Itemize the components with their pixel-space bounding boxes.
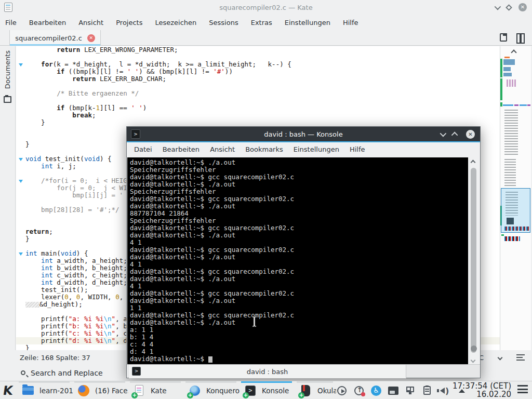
menu-item-projects[interactable]: Projects xyxy=(116,19,142,26)
fold-marker-icon[interactable] xyxy=(16,155,25,163)
code-line[interactable] xyxy=(16,83,500,90)
minimap-up-arrow-icon[interactable] xyxy=(511,49,516,55)
terminal-line: david@talkortell:~$ ./a.out xyxy=(130,275,468,283)
taskbar-button-konqueror[interactable]: +Konqueror xyxy=(185,381,240,399)
taskbar-button-folder[interactable]: learn-201... xyxy=(19,381,73,399)
menu-item-lesezeichen[interactable]: Lesezeichen xyxy=(155,19,196,26)
code-line[interactable]: return LEX_ERR_BAD_CHAR; xyxy=(16,75,500,83)
terminal-line: david@talkortell:~$ gcc squarecompiler02… xyxy=(130,174,468,181)
terminal-line: david@talkortell:~$ gcc squarecompiler02… xyxy=(130,290,468,297)
kate-window-title: squarecompiler02.c — Kate xyxy=(0,4,532,11)
terminal-line: david@talkortell:~$ gcc squarecompiler02… xyxy=(130,246,468,254)
close-icon[interactable]: ✕ xyxy=(466,130,475,139)
panel-menu-icon[interactable] xyxy=(517,385,528,393)
menu-item-ansicht[interactable]: Ansicht xyxy=(78,19,103,26)
menu-item-bearbeiten[interactable]: Bearbeiten xyxy=(163,145,200,153)
media-play-icon[interactable] xyxy=(337,385,347,396)
new-document-icon[interactable] xyxy=(500,33,507,42)
accessibility-icon[interactable]: ♿ xyxy=(371,385,381,396)
terminal-output[interactable]: david@talkortell:~$ ./a.outSpeicherzugri… xyxy=(127,157,468,364)
scrollbar-thumb[interactable] xyxy=(471,168,476,353)
editor-minimap-scrollbar[interactable] xyxy=(500,46,531,350)
clipboard-icon[interactable] xyxy=(422,385,433,396)
terminal-line: d: 4 1 xyxy=(130,348,468,355)
scroll-up-arrow-icon[interactable] xyxy=(471,160,476,165)
fold-marker-icon[interactable] xyxy=(16,177,25,184)
code-line[interactable] xyxy=(16,97,500,104)
terminal-line: Speicherzugriffsfehler xyxy=(130,188,468,195)
application-launcher-icon[interactable]: K xyxy=(2,383,18,397)
kate-tabbar: squarecompiler02.c ✕ xyxy=(0,30,532,46)
maximize-icon[interactable] xyxy=(506,4,512,11)
menu-item-hilfe[interactable]: Hilfe xyxy=(350,145,365,153)
filesystem-browser-icon[interactable] xyxy=(4,96,11,103)
search-and-replace-label: Search and Replace xyxy=(31,369,103,377)
code-line[interactable]: if (bmp[k-1][l] == ' ') xyxy=(16,104,500,112)
line-settings-icon[interactable] xyxy=(516,354,525,361)
tab-label: david : bash xyxy=(247,368,288,376)
menu-item-extras[interactable]: Extras xyxy=(251,19,272,26)
minimize-icon[interactable] xyxy=(440,130,447,137)
taskbar-button-label: (16) Face... xyxy=(95,387,128,395)
terminal-line: 4 1 xyxy=(130,283,468,290)
code-line[interactable]: } xyxy=(16,119,500,126)
minimap-viewport[interactable] xyxy=(501,188,530,233)
konsole-titlebar[interactable]: > david : bash — Konsole ✕ xyxy=(127,127,480,142)
menu-item-bookmarks[interactable]: Bookmarks xyxy=(245,145,283,153)
menu-item-sessions[interactable]: Sessions xyxy=(209,19,238,26)
split-view-icon[interactable] xyxy=(516,33,525,42)
tab-close-icon[interactable]: ✕ xyxy=(87,34,95,42)
cursor-position-status: Zeile: 168 Spalte: 37 xyxy=(20,354,90,362)
terminal-line: Speicherzugriffsfehler xyxy=(130,217,468,224)
code-line[interactable]: break; xyxy=(16,112,500,119)
scroll-down-arrow-icon[interactable] xyxy=(471,358,476,363)
digital-clock[interactable]: 17:37:54 (CET) 16.02.20 xyxy=(453,382,511,398)
code-line[interactable]: /* Bitte ergaenzen */ xyxy=(16,90,500,97)
tab-david-bash[interactable]: > david : bash xyxy=(129,365,406,378)
plus-badge-icon: + xyxy=(298,392,304,398)
terminal-line: 4 1 xyxy=(130,261,468,268)
fold-marker-icon[interactable] xyxy=(16,250,25,257)
display-connector-icon[interactable] xyxy=(405,385,416,396)
fold-marker-icon[interactable] xyxy=(16,61,25,68)
code-line[interactable]: for(k = *d_height, l = *d_width; k >= a_… xyxy=(16,61,500,68)
screen-share-icon[interactable] xyxy=(388,385,398,396)
terminal-line: david@talkortell:~$ xyxy=(130,355,468,363)
menu-item-hilfe[interactable]: Hilfe xyxy=(343,19,358,26)
konsole-icon: >+ xyxy=(244,384,257,397)
menu-item-bearbeiten[interactable]: Bearbeiten xyxy=(29,19,66,26)
menu-item-file[interactable]: File xyxy=(5,19,17,26)
taskbar-button-firefox[interactable]: (16) Face... xyxy=(74,381,128,399)
konsole-window: > david : bash — Konsole ✕ DateiBearbeit… xyxy=(126,126,481,378)
terminal-line: david@talkortell:~$ ./a.out xyxy=(130,232,468,239)
sidebar-item-documents[interactable]: Documents xyxy=(4,50,11,89)
menu-item-einstellungen[interactable]: Einstellungen xyxy=(285,19,330,26)
taskbar-button-okular[interactable]: +Okular xyxy=(297,381,336,399)
terminal-scrollbar[interactable] xyxy=(469,157,479,364)
kate-menubar: FileBearbeitenAnsichtProjectsLesezeichen… xyxy=(0,15,532,30)
scrollbar-knob[interactable] xyxy=(471,345,477,352)
taskbar-button-konsole[interactable]: >+Konsole xyxy=(241,381,295,399)
taskbar-button-kate[interactable]: +Kate xyxy=(130,381,184,399)
volume-icon[interactable] xyxy=(440,385,450,396)
update-notifier-icon[interactable] xyxy=(354,385,364,396)
chevron-down-icon[interactable] xyxy=(498,355,503,360)
minimize-icon[interactable] xyxy=(495,3,501,10)
kate-icon: + xyxy=(133,384,145,397)
taskbar-button-label: Okular xyxy=(317,387,336,395)
terminal-line: david@talkortell:~$ ./a.out xyxy=(130,319,468,326)
firefox-icon xyxy=(77,384,90,397)
kate-titlebar[interactable]: squarecompiler02.c — Kate ✕ xyxy=(0,0,532,15)
menu-item-einstellungen[interactable]: Einstellungen xyxy=(294,145,339,153)
tab-squarecompiler02[interactable]: squarecompiler02.c ✕ xyxy=(9,30,101,46)
konsole-app-icon: > xyxy=(131,129,140,139)
code-line[interactable] xyxy=(16,54,500,61)
code-line[interactable]: if ((bmp[k][l] != ' ') && (bmp[k][l] != … xyxy=(16,68,500,75)
menu-item-ansicht[interactable]: Ansicht xyxy=(210,145,235,153)
maximize-icon[interactable] xyxy=(451,131,458,138)
close-icon[interactable]: ✕ xyxy=(518,3,527,11)
code-line[interactable]: return LEX_ERR_WRONG_PARAMETER; xyxy=(16,46,500,54)
menu-item-datei[interactable]: Datei xyxy=(134,145,152,153)
taskbar-button-label: Konsole xyxy=(262,387,289,395)
terminal-line: david@talkortell:~$ ./a.out xyxy=(130,203,468,210)
